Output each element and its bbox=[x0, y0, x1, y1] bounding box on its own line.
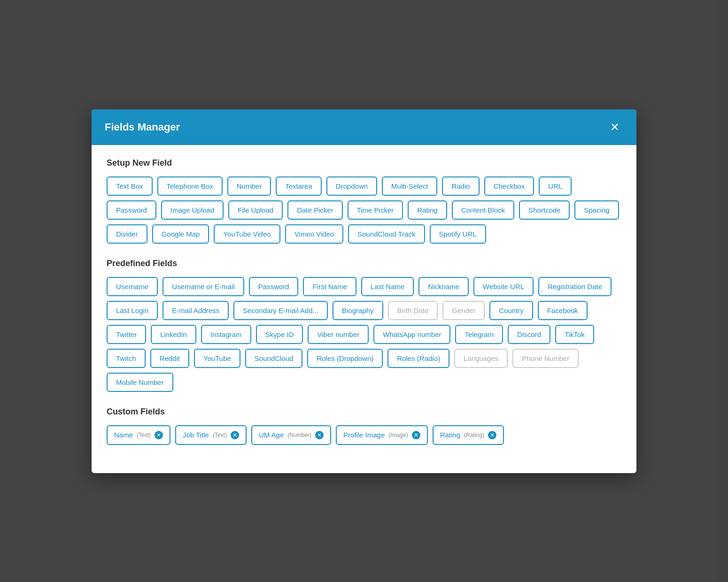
predefined-field-btn-biography[interactable]: Biography bbox=[333, 301, 383, 320]
predefined-field-btn-phone-number: Phone Number bbox=[512, 349, 579, 368]
predefined-field-btn-mobile-number[interactable]: Mobile Number bbox=[107, 373, 173, 392]
predefined-field-btn-country[interactable]: Country bbox=[489, 301, 533, 320]
predefined-field-btn-whatsapp-number[interactable]: WhatsApp number bbox=[373, 325, 450, 344]
predefined-field-btn-roles-(radio)[interactable]: Roles (Radio) bbox=[387, 349, 449, 368]
setup-field-btn-multi-select[interactable]: Multi-Select bbox=[382, 176, 437, 196]
setup-field-btn-youtube-video[interactable]: YouTube Video bbox=[214, 224, 280, 244]
predefined-field-btn-birth-date: Birth Date bbox=[388, 301, 438, 320]
predefined-field-btn-facebook[interactable]: Facebook bbox=[538, 301, 588, 320]
setup-field-btn-date-picker[interactable]: Date Picker bbox=[287, 200, 343, 220]
predefined-field-btn-telegram[interactable]: Telegram bbox=[455, 325, 503, 344]
custom-field-btn-rating[interactable]: Rating (Rating)✕ bbox=[433, 425, 504, 445]
setup-new-field-section: Setup New Field Text BoxTelephone BoxNum… bbox=[107, 158, 621, 244]
remove-icon[interactable]: ✕ bbox=[231, 431, 239, 439]
setup-field-btn-rating[interactable]: Rating bbox=[408, 200, 447, 220]
setup-field-btn-spacing[interactable]: Spacing bbox=[574, 200, 619, 220]
setup-field-btn-shortcode[interactable]: Shortcode bbox=[519, 200, 570, 220]
predefined-fields-section: Predefined Fields UsernameUsername or E-… bbox=[107, 259, 621, 392]
custom-field-label: Name bbox=[114, 431, 133, 439]
custom-fields-section: Custom Fields Name (Text)✕Job Title (Tex… bbox=[107, 407, 621, 445]
predefined-field-btn-e-mail-address[interactable]: E-mail Address bbox=[163, 301, 229, 320]
setup-field-btn-radio[interactable]: Radio bbox=[442, 176, 479, 196]
predefined-field-btn-linkedin[interactable]: LinkedIn bbox=[151, 325, 196, 344]
predefined-field-btn-soundcloud[interactable]: SoundCloud bbox=[245, 349, 303, 368]
remove-icon[interactable]: ✕ bbox=[488, 431, 496, 439]
predefined-field-btn-roles-(dropdown)[interactable]: Roles (Dropdown) bbox=[307, 349, 383, 368]
setup-new-field-title: Setup New Field bbox=[107, 158, 621, 168]
setup-new-field-grid: Text BoxTelephone BoxNumberTextareaDropd… bbox=[107, 176, 621, 244]
predefined-field-btn-languages: Languages bbox=[454, 349, 508, 368]
setup-field-btn-vimeo-video[interactable]: Vimeo Video bbox=[285, 224, 344, 244]
remove-icon[interactable]: ✕ bbox=[412, 431, 420, 439]
setup-field-btn-textarea[interactable]: Textarea bbox=[276, 176, 322, 196]
custom-field-type: (Image) bbox=[388, 432, 408, 438]
predefined-field-btn-last-name[interactable]: Last Name bbox=[361, 277, 414, 296]
setup-field-btn-telephone-box[interactable]: Telephone Box bbox=[157, 176, 223, 196]
setup-field-btn-content-block[interactable]: Content Block bbox=[452, 200, 514, 220]
predefined-fields-grid: UsernameUsername or E-mailPasswordFirst … bbox=[107, 277, 621, 392]
modal-body: Setup New Field Text BoxTelephone BoxNum… bbox=[92, 145, 636, 473]
predefined-field-btn-viber-number[interactable]: Viber number bbox=[308, 325, 369, 344]
predefined-field-btn-nickname[interactable]: Nickname bbox=[418, 277, 469, 296]
custom-field-btn-profile-image[interactable]: Profile Image (Image)✕ bbox=[336, 425, 428, 445]
setup-field-btn-google-map[interactable]: Google Map bbox=[152, 224, 209, 244]
setup-field-btn-spotify-url[interactable]: Spotify URL bbox=[430, 224, 486, 244]
setup-field-btn-checkbox[interactable]: Checkbox bbox=[484, 176, 534, 196]
setup-field-btn-text-box[interactable]: Text Box bbox=[107, 176, 153, 196]
setup-field-btn-soundcloud-track[interactable]: SoundCloud Track bbox=[348, 224, 425, 244]
predefined-field-btn-website-url[interactable]: Website URL bbox=[473, 277, 534, 296]
setup-field-btn-password[interactable]: Password bbox=[107, 200, 156, 220]
predefined-field-btn-username-or-e-mail[interactable]: Username or E-mail bbox=[163, 277, 244, 296]
custom-field-btn-um-age[interactable]: UM Age (Number)✕ bbox=[251, 425, 331, 445]
predefined-field-btn-gender: Gender bbox=[442, 301, 485, 320]
close-button[interactable]: ✕ bbox=[606, 120, 623, 135]
custom-field-label: Job Title bbox=[183, 431, 209, 439]
modal-title: Fields Manager bbox=[105, 121, 180, 133]
custom-field-label: UM Age bbox=[259, 431, 284, 439]
remove-icon[interactable]: ✕ bbox=[315, 431, 324, 439]
custom-fields-grid: Name (Text)✕Job Title (Text)✕UM Age (Num… bbox=[107, 425, 621, 445]
predefined-field-btn-twitter[interactable]: Twitter bbox=[107, 325, 146, 344]
custom-field-type: (Number) bbox=[287, 432, 311, 438]
predefined-field-btn-tiktok[interactable]: TikTok bbox=[555, 325, 594, 344]
predefined-field-btn-first-name[interactable]: First Name bbox=[303, 277, 356, 296]
predefined-field-btn-instagram[interactable]: Instagram bbox=[201, 325, 251, 344]
predefined-field-btn-reddit[interactable]: Reddit bbox=[150, 349, 189, 368]
custom-field-type: (Text) bbox=[137, 432, 151, 438]
setup-field-btn-url[interactable]: URL bbox=[539, 176, 572, 196]
predefined-field-btn-twitch[interactable]: Twitch bbox=[107, 349, 146, 368]
predefined-field-btn-username[interactable]: Username bbox=[107, 277, 158, 296]
fields-manager-modal: Fields Manager ✕ Setup New Field Text Bo… bbox=[92, 109, 636, 473]
custom-field-btn-name[interactable]: Name (Text)✕ bbox=[107, 425, 170, 445]
custom-field-btn-job-title[interactable]: Job Title (Text)✕ bbox=[175, 425, 247, 445]
custom-field-type: (Rating) bbox=[464, 432, 484, 438]
setup-field-btn-image-upload[interactable]: Image Upload bbox=[161, 200, 224, 220]
setup-field-btn-file-upload[interactable]: File Upload bbox=[228, 200, 283, 220]
setup-field-btn-time-picker[interactable]: Time Picker bbox=[348, 200, 403, 220]
predefined-field-btn-skype-id[interactable]: Skype ID bbox=[256, 325, 303, 344]
custom-fields-title: Custom Fields bbox=[107, 407, 621, 417]
custom-field-type: (Text) bbox=[213, 432, 227, 438]
modal-header: Fields Manager ✕ bbox=[92, 109, 636, 145]
setup-field-btn-number[interactable]: Number bbox=[227, 176, 271, 196]
custom-field-label: Rating bbox=[440, 431, 460, 439]
setup-field-btn-divider[interactable]: Divider bbox=[107, 224, 147, 244]
predefined-field-btn-registration-date[interactable]: Registration Date bbox=[538, 277, 612, 296]
predefined-field-btn-youtube[interactable]: YouTube bbox=[194, 349, 240, 368]
setup-field-btn-dropdown[interactable]: Dropdown bbox=[326, 176, 377, 196]
predefined-fields-title: Predefined Fields bbox=[107, 259, 621, 268]
predefined-field-btn-secondary-e-mail-add-[interactable]: Secondary E-mail Add... bbox=[233, 301, 328, 320]
predefined-field-btn-last-login[interactable]: Last Login bbox=[107, 301, 158, 320]
modal-overlay: Fields Manager ✕ Setup New Field Text Bo… bbox=[0, 0, 728, 582]
predefined-field-btn-password[interactable]: Password bbox=[249, 277, 299, 296]
predefined-field-btn-discord[interactable]: Discord bbox=[508, 325, 550, 344]
remove-icon[interactable]: ✕ bbox=[155, 431, 163, 439]
custom-field-label: Profile Image bbox=[343, 431, 385, 439]
